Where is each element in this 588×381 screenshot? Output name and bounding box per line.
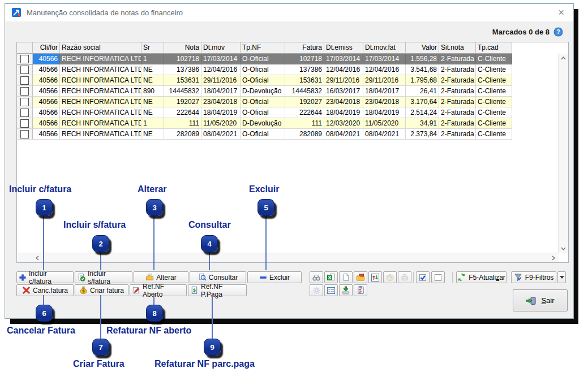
toolbar-separator <box>413 272 414 283</box>
cell-razao-social: RECH INFORMATICA LTDA <box>60 97 141 107</box>
cell-tp-cad: C-Cliente <box>476 54 512 64</box>
column-header[interactable]: Tp.cad <box>476 42 512 54</box>
excel-export-button[interactable] <box>324 271 338 283</box>
table-row[interactable]: 40566RECH INFORMATICA LTDANE19202723/04/… <box>17 97 568 107</box>
device-button[interactable] <box>398 271 411 283</box>
column-header[interactable]: Sit.nota <box>439 42 476 54</box>
callout-badge: 7 <box>92 339 109 356</box>
column-header[interactable]: Cli/for <box>33 42 60 54</box>
sair-button[interactable]: Sair <box>513 289 568 311</box>
cell-dt-mov-fat: 11/05/2020 <box>363 118 406 129</box>
button-label: Ref.NF P.Paga <box>201 283 244 298</box>
button-label: F5-Atualizar <box>469 274 505 282</box>
list-options-button[interactable] <box>324 284 338 296</box>
cell-fatura: 14445832 <box>285 86 324 97</box>
checklist-button[interactable] <box>354 284 367 296</box>
list-options-icon <box>327 286 336 295</box>
table-row[interactable]: 40566RECH INFORMATICA LTDANE28208908/04/… <box>17 129 568 140</box>
row-checkbox[interactable] <box>20 55 29 63</box>
scroll-down-icon[interactable] <box>559 244 568 253</box>
alterar-button[interactable]: Alterar <box>134 271 188 283</box>
cell-dt-emiss: 12/04/2016 <box>324 64 363 75</box>
sort-arrows-button[interactable] <box>368 271 382 283</box>
close-icon[interactable]: × <box>558 7 564 18</box>
cell-dt-mov-fat: 12/04/2016 <box>363 64 406 75</box>
row-checkbox[interactable] <box>20 87 29 96</box>
cell-sr: NE <box>141 75 164 86</box>
column-header[interactable]: Nota <box>164 42 201 54</box>
column-header[interactable]: Razão social <box>60 42 141 54</box>
table-row[interactable]: 40566RECH INFORMATICA LTDA110271817/03/2… <box>17 54 568 64</box>
cell-razao-social: RECH INFORMATICA LTDA <box>60 54 141 64</box>
cell-valor: 26,41 <box>406 86 439 97</box>
vertical-scrollbar[interactable] <box>558 54 568 253</box>
cell-razao-social: RECH INFORMATICA LTDA <box>60 129 141 140</box>
cell-razao-social: RECH INFORMATICA LTDA <box>60 86 141 97</box>
excluir-button[interactable]: Excluir <box>247 271 302 283</box>
callout-label: Criar Fatura <box>73 359 125 369</box>
table-row[interactable]: 40566RECH INFORMATICA LTDANE15363129/11/… <box>17 75 568 86</box>
row-checkbox[interactable] <box>20 109 29 117</box>
import-button[interactable] <box>339 284 353 296</box>
f9-filtros-button[interactable]: F9-Filtros <box>511 271 556 283</box>
cancelar-fatura-button[interactable]: Canc.fatura <box>16 284 74 296</box>
cell-sr: NE <box>141 129 164 140</box>
column-header[interactable]: Sr <box>141 42 164 54</box>
column-header[interactable]: Dt.mov.fat <box>363 42 406 54</box>
scroll-right-icon[interactable] <box>549 254 557 262</box>
cell-valor: 34,91 <box>406 118 439 129</box>
help-icon[interactable]: ? <box>553 27 563 37</box>
table-row[interactable]: 40566RECH INFORMATICA LTDA111111/05/2020… <box>17 118 568 129</box>
criar-fatura-button[interactable]: $ Criar fatura <box>75 284 128 296</box>
column-header[interactable]: Fatura <box>285 42 324 54</box>
table-row[interactable]: 40566RECH INFORMATICA LTDANE13738612/04/… <box>17 64 568 75</box>
ref-nf-ppaga-button[interactable]: $ Ref.NF P.Paga <box>188 284 247 296</box>
button-label: Canc.fatura <box>33 287 68 295</box>
settings-button[interactable] <box>310 284 323 296</box>
cell-cli-for: 40566 <box>33 86 60 97</box>
cell-cli-for: 40566 <box>33 54 60 64</box>
document-button[interactable] <box>339 271 353 283</box>
cell-dt-emiss: 29/11/2016 <box>324 75 363 86</box>
cell-tp-nf: D-Devolução <box>241 118 285 129</box>
cell-dt-mov: 17/03/2014 <box>201 54 241 64</box>
scroll-up-icon[interactable] <box>559 54 568 62</box>
row-checkbox[interactable] <box>20 119 29 128</box>
binoculars-button[interactable] <box>310 271 323 283</box>
cell-valor: 2.514,24 <box>406 107 439 118</box>
check-all-button[interactable] <box>416 271 430 283</box>
palette-button[interactable] <box>383 271 397 283</box>
folder-send-button[interactable] <box>354 271 367 283</box>
incluir-cfatura-button[interactable]: Incluir c/fatura <box>16 271 74 283</box>
f5-atualizar-button[interactable]: F5-Atualizar <box>456 271 507 283</box>
row-checkbox[interactable] <box>20 130 29 138</box>
horizontal-scrollbar[interactable] <box>17 253 559 262</box>
callout-badge: 6 <box>36 305 53 322</box>
cell-tp-cad: C-Cliente <box>476 75 512 86</box>
filter-dropdown-button[interactable] <box>557 271 566 283</box>
column-header[interactable]: Tp.NF <box>241 42 285 54</box>
cell-valor: 3.541,68 <box>406 64 439 75</box>
column-header[interactable]: Dt.emiss <box>324 42 363 54</box>
cell-sit-nota: 2-Faturada <box>439 86 476 97</box>
uncheck-all-button[interactable] <box>431 271 445 283</box>
cancel-x-icon <box>22 286 31 295</box>
column-header[interactable]: Dt.mov <box>201 42 241 54</box>
column-header-select[interactable] <box>17 42 33 54</box>
cell-nota: 153631 <box>164 75 201 86</box>
ref-nf-aberto-button[interactable]: Ref.NF Aberto <box>130 284 187 296</box>
row-checkbox-cell <box>17 54 33 64</box>
scroll-left-icon[interactable] <box>33 254 41 262</box>
row-checkbox[interactable] <box>20 66 29 74</box>
consultar-button[interactable]: Consultar <box>190 271 246 283</box>
column-header[interactable]: Valor <box>406 42 439 54</box>
cell-sr: 1 <box>141 54 164 64</box>
refresh-icon <box>457 273 466 282</box>
row-checkbox[interactable] <box>20 98 29 106</box>
cell-razao-social: RECH INFORMATICA LTDA <box>60 75 141 86</box>
table-row[interactable]: 40566RECH INFORMATICA LTDANE22264418/04/… <box>17 107 568 118</box>
row-checkbox[interactable] <box>20 76 29 85</box>
chevron-down-icon <box>560 276 564 279</box>
incluir-sfatura-button[interactable]: Incluir s/fatura <box>75 271 132 283</box>
table-row[interactable]: 40566RECH INFORMATICA LTDA8901444583218/… <box>17 86 568 97</box>
